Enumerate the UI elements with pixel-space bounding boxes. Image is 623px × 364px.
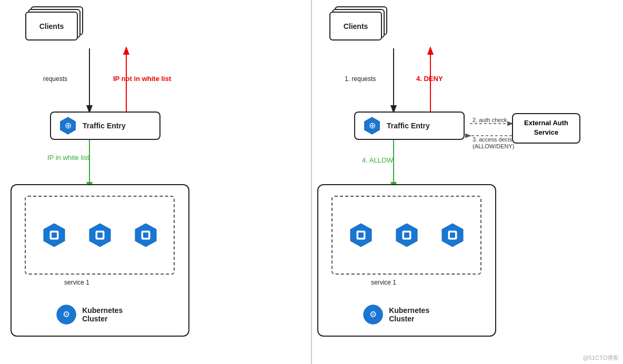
svg-rect-31 [450,232,455,238]
right-traffic-hex-icon: ⊕ [363,116,381,135]
right-traffic-entry: ⊕ Traffic Entry [354,112,465,140]
left-pod-icon-2 [87,222,113,248]
right-access-decision-label2: (ALLOW/DENY) [473,141,514,150]
svg-text:⚙: ⚙ [63,309,70,319]
left-panel: Clients requests IP not in white list ⊕ … [0,0,311,364]
svg-text:⚙: ⚙ [369,309,377,319]
right-service-box [331,196,481,275]
svg-rect-10 [97,232,103,238]
right-auth-check-label: 2. auth check [473,115,507,124]
svg-rect-25 [358,232,364,238]
right-ext-auth-label: External AuthService [524,119,568,136]
right-traffic-entry-label: Traffic Entry [387,122,430,130]
left-k8s-label-area: ⚙ Kubernetes Cluster [56,303,144,326]
right-k8s-box: service 1 ⚙ Kubernetes Cluster [317,184,496,337]
right-clients: Clients [329,6,393,43]
svg-text:⊕: ⊕ [65,120,72,130]
right-deny-label: 4. DENY [416,74,443,83]
right-panel: Clients 1. requests 4. DENY ⊕ Traffic En… [312,0,623,364]
left-pod-icon-1 [41,222,67,248]
right-k8s-icon: ⚙ [363,303,384,326]
left-service-label: service 1 [64,277,89,287]
main-container: Clients requests IP not in white list ⊕ … [0,0,623,364]
right-pod-icon-3 [439,222,466,248]
svg-rect-28 [404,232,409,238]
right-k8s-label-area: ⚙ Kubernetes Cluster [363,303,451,326]
left-requests-label: requests [43,74,67,83]
svg-rect-7 [52,232,57,238]
left-service-box [25,196,175,275]
left-clients: Clients [25,6,88,43]
left-traffic-hex-icon: ⊕ [58,116,77,135]
right-clients-label: Clients [344,22,368,31]
left-deny-label: IP not in white list [113,74,171,83]
right-pod-icon-2 [394,222,420,248]
left-k8s-box: service 1 ⚙ Kubernetes Cluster [11,184,189,337]
left-k8s-label: Kubernetes Cluster [82,306,144,323]
right-service-label: service 1 [371,277,396,287]
left-traffic-entry: ⊕ Traffic Entry [50,112,160,140]
left-clients-label: Clients [39,22,64,31]
watermark: @51CTO博客 [583,354,619,362]
left-allow-label: IP in white list [47,153,89,162]
left-k8s-icon: ⚙ [56,303,77,326]
right-requests-label: 1. requests [345,74,376,83]
svg-text:⊕: ⊕ [369,120,376,130]
right-k8s-label: Kubernetes Cluster [389,306,451,323]
svg-rect-13 [143,232,148,238]
right-ext-auth-box: External AuthService [512,113,580,144]
left-traffic-entry-label: Traffic Entry [83,122,126,130]
right-pod-icon-1 [348,222,374,248]
left-pod-icon-3 [133,222,159,248]
right-allow-label: 4. ALLOW [362,155,393,165]
